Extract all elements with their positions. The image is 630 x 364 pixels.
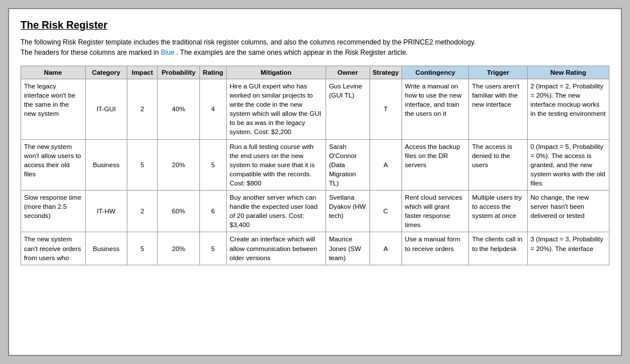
desc-line2a: The headers for these columns are marked… (21, 48, 159, 56)
header-strategy: Strategy (370, 66, 402, 79)
header-category: Category (85, 66, 127, 79)
page-title: The Risk Register (21, 19, 609, 31)
header-contingency: Contingency (402, 66, 469, 79)
main-window: The Risk Register The following Risk Reg… (8, 8, 622, 356)
table-row: The legacy interface won't be the same i… (21, 79, 609, 140)
header-mitigation: Mitigation (227, 66, 326, 79)
table-row: Slow response time (more than 2.5 second… (21, 191, 609, 232)
desc-blue: Blue (160, 48, 174, 56)
header-probability: Probability (158, 66, 200, 79)
table-row: The new system can't receive orders from… (21, 232, 609, 265)
header-new-rating: New Rating (527, 66, 609, 79)
header-rating: Rating (199, 66, 226, 79)
risk-register-table: Name Category Impact Probability Rating … (21, 66, 609, 265)
header-name: Name (21, 66, 86, 79)
desc-line2b: . The examples are the same ones which a… (176, 48, 408, 56)
header-impact: Impact (127, 66, 158, 79)
header-owner: Owner (326, 66, 370, 79)
desc-line1: The following Risk Register template inc… (21, 38, 476, 46)
description: The following Risk Register template inc… (21, 37, 609, 58)
header-trigger: Trigger (469, 66, 527, 79)
table-row: The new system won't allow users to acce… (21, 139, 609, 190)
